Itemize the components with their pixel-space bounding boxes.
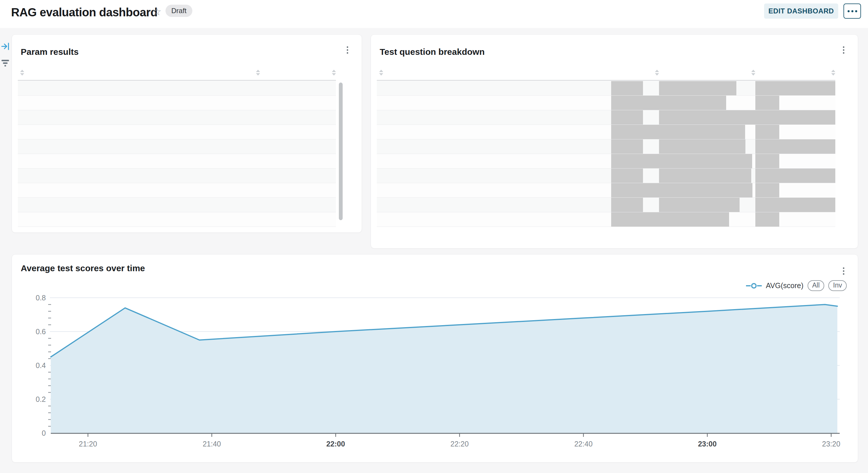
data-bar: [659, 81, 736, 95]
table-cell: [755, 96, 835, 110]
column-header[interactable]: [659, 66, 755, 79]
table-row: [377, 169, 835, 183]
column-header[interactable]: [193, 66, 260, 79]
column-header[interactable]: [755, 66, 835, 79]
column-header[interactable]: [611, 66, 659, 79]
table-cell: [755, 81, 835, 95]
more-menu-button[interactable]: [843, 3, 861, 19]
data-bar: [755, 139, 835, 154]
table-cell: [193, 154, 260, 168]
table-cell: [260, 212, 336, 227]
page-title: RAG evaluation dashboard: [11, 6, 157, 19]
svg-text:0: 0: [42, 429, 46, 437]
table-scrollbar[interactable]: [339, 82, 343, 220]
data-bar: [659, 154, 752, 168]
sort-icon[interactable]: [831, 69, 835, 76]
filter-icon[interactable]: [1, 58, 10, 68]
data-bar: [611, 139, 643, 154]
table-cell: [611, 212, 659, 227]
table-cell: [377, 96, 611, 110]
edit-dashboard-button[interactable]: EDIT DASHBOARD: [764, 3, 838, 19]
table-cell: [659, 198, 755, 212]
ellipsis-icon: [851, 10, 854, 12]
sort-icon[interactable]: [20, 69, 24, 76]
table-cell: [18, 96, 193, 110]
table-cell: [193, 183, 260, 197]
star-icon[interactable]: ☆: [152, 6, 161, 17]
table-cell: [260, 169, 336, 183]
data-bar: [659, 125, 745, 139]
column-header[interactable]: [18, 66, 193, 79]
data-bar: [659, 110, 755, 125]
column-header[interactable]: [260, 66, 336, 79]
table-cell: [193, 110, 260, 125]
scores-over-time-panel: Average test scores over time AVG(score)…: [12, 254, 858, 463]
table-cell: [611, 169, 659, 183]
svg-text:22:00: 22:00: [326, 440, 345, 448]
data-bar: [659, 96, 726, 110]
table-cell: [755, 198, 835, 212]
column-header[interactable]: [377, 66, 611, 79]
data-bar: [755, 125, 779, 139]
data-bar: [659, 183, 752, 197]
data-bar: [755, 81, 835, 95]
sort-icon[interactable]: [379, 69, 383, 76]
table-cell: [18, 125, 193, 139]
table-cell: [611, 154, 659, 168]
header-divider: [18, 80, 336, 81]
svg-text:22:40: 22:40: [575, 440, 593, 448]
table-cell: [260, 183, 336, 197]
panel-menu-button[interactable]: [841, 44, 847, 56]
collapse-right-icon[interactable]: [1, 42, 10, 51]
table-cell: [755, 139, 835, 154]
table-row: [18, 169, 336, 183]
table-cell: [193, 125, 260, 139]
table-row: [18, 183, 336, 198]
table-cell: [659, 110, 755, 125]
table-cell: [18, 198, 193, 212]
table-cell: [755, 154, 835, 168]
sort-icon[interactable]: [256, 69, 260, 76]
data-bar: [611, 125, 659, 139]
svg-text:0.8: 0.8: [36, 294, 46, 302]
table-cell: [193, 139, 260, 154]
top-bar: RAG evaluation dashboard ☆ Draft EDIT DA…: [0, 0, 868, 28]
table-row: [18, 96, 336, 110]
table-cell: [260, 154, 336, 168]
table-cell: [755, 125, 835, 139]
table-row: [18, 154, 336, 169]
table-row: [18, 110, 336, 125]
panel-menu-button[interactable]: [344, 44, 350, 56]
data-bar: [611, 183, 659, 197]
table-cell: [377, 154, 611, 168]
data-bar: [611, 110, 643, 125]
table-row: [18, 125, 336, 139]
table-cell: [659, 81, 755, 95]
panel-title: Param results: [21, 47, 79, 57]
header-divider: [377, 80, 835, 81]
data-bar: [755, 154, 779, 168]
table-row: [377, 212, 835, 227]
table-cell: [659, 125, 755, 139]
table-cell: [18, 154, 193, 168]
data-bar: [659, 212, 729, 227]
svg-text:22:20: 22:20: [451, 440, 469, 448]
table-cell: [193, 212, 260, 227]
table-cell: [18, 110, 193, 125]
table-row: [18, 198, 336, 212]
sort-icon[interactable]: [751, 69, 755, 76]
sort-icon[interactable]: [332, 69, 336, 76]
table-row: [18, 81, 336, 96]
data-bar: [611, 198, 643, 212]
table-cell: [611, 110, 659, 125]
table-row: [377, 139, 835, 154]
table-cell: [755, 169, 835, 183]
table-cell: [377, 110, 611, 125]
data-bar: [659, 169, 751, 183]
sort-icon[interactable]: [655, 69, 659, 76]
svg-text:23:20: 23:20: [822, 440, 841, 448]
data-bar: [659, 139, 745, 154]
data-bar: [611, 169, 643, 183]
table-row: [377, 125, 835, 139]
table-cell: [18, 212, 193, 227]
